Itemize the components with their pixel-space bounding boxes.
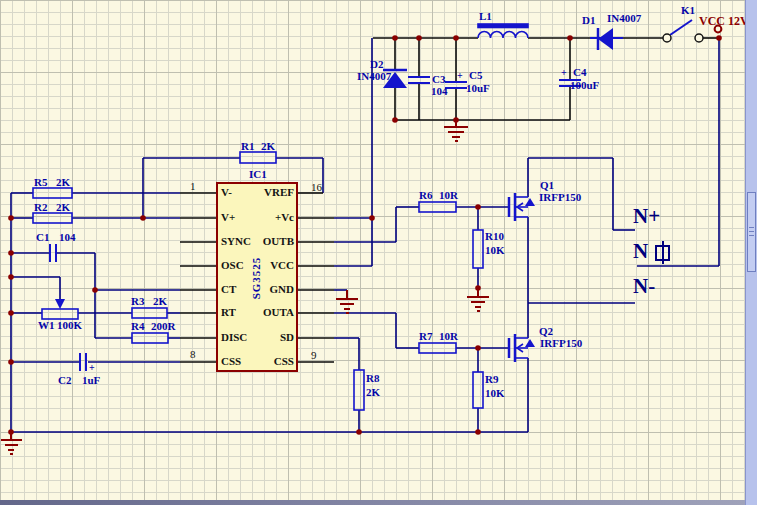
label-q1-ref: Q1 <box>540 180 554 191</box>
label-r9-ref: R9 <box>485 374 498 385</box>
bottom-window-edge <box>0 500 746 505</box>
label-q2-ref: Q2 <box>539 326 553 337</box>
resistor-r8 <box>354 370 364 410</box>
label-c3-value: 104 <box>431 86 448 97</box>
ic-pin-v-plus: V+ <box>221 211 235 223</box>
resistor-r10 <box>473 230 483 268</box>
label-c4-polarity: + <box>561 67 567 78</box>
ic-pin-sd: SD <box>244 331 294 343</box>
vertical-scrollbar-thumb[interactable] <box>747 192 756 272</box>
label-r10-ref: R10 <box>485 231 504 242</box>
resistor-r1 <box>240 152 276 163</box>
label-d1-value: IN4007 <box>607 13 641 24</box>
label-k1-ref: K1 <box>681 5 695 16</box>
ic-pin-outb: OUTB <box>244 235 294 247</box>
switch-k1-lever <box>670 20 692 35</box>
ic-pin-ct: CT <box>221 283 236 295</box>
label-c1-ref: C1 <box>36 232 49 243</box>
ic-designator: IC1 <box>249 169 267 180</box>
label-l1-ref: L1 <box>479 11 492 22</box>
label-q1-value: IRFP150 <box>539 192 581 203</box>
ic-pin-vc: +Vc <box>244 211 294 223</box>
label-r7-ref: R7 <box>419 331 432 342</box>
label-c2-ref: C2 <box>58 375 71 386</box>
label-r2-value: 2K <box>56 202 70 213</box>
label-r5-value: 2K <box>56 177 70 188</box>
wiper-arrow <box>55 299 65 309</box>
label-r4-ref: R4 <box>131 321 144 332</box>
mosfet-q2 <box>509 334 535 362</box>
ic-pin-vcc: VCC <box>244 259 294 271</box>
label-c5-polarity: + <box>457 70 463 81</box>
ic-pin-v-minus: V- <box>221 186 232 198</box>
resistor-r4 <box>132 333 168 343</box>
resistor-r2 <box>33 213 72 223</box>
label-d2-value: IN4007 <box>357 71 391 82</box>
ground-cap-bank <box>444 120 468 141</box>
ground-r10 <box>467 288 489 311</box>
inductor-l1 <box>478 32 528 38</box>
label-r4-value: 200R <box>151 321 175 332</box>
label-c3-ref: C3 <box>432 74 445 85</box>
label-r1-ref: R1 <box>241 141 254 152</box>
resistor-r6 <box>419 202 456 212</box>
label-w1-ref: W1 <box>38 320 55 331</box>
label-r6-value: 10R <box>439 190 458 201</box>
ic-pin-css-left: CSS <box>221 355 241 367</box>
ic-pin-osc: OSC <box>221 259 244 271</box>
ic-pin-css-right: CSS <box>244 355 294 367</box>
label-r2-ref: R2 <box>34 202 47 213</box>
label-c5-ref: C5 <box>469 70 482 81</box>
switch-k1-contacts <box>663 34 703 42</box>
label-w1-value: 100K <box>57 320 82 331</box>
net-label-vcc-12v: VCC 12V <box>699 15 749 27</box>
mosfet-q1 <box>509 193 535 221</box>
n-center-zhong-glyph <box>655 245 670 261</box>
label-r9-value: 10K <box>485 388 505 399</box>
label-r8-value: 2K <box>366 387 380 398</box>
ic-pin-vref: VREF <box>244 186 294 198</box>
net-label-n-plus: N+ <box>633 206 660 227</box>
label-r1-value: 2K <box>261 141 275 152</box>
pin-number-8: 8 <box>190 349 196 360</box>
label-c2-value: 1uF <box>82 375 100 386</box>
net-label-n-minus: N- <box>633 276 655 297</box>
label-r7-value: 10R <box>439 331 458 342</box>
potentiometer-w1 <box>42 309 78 319</box>
label-c2-polarity: + <box>89 362 95 373</box>
vertical-scrollbar[interactable] <box>745 0 757 505</box>
label-c4-value: 100uF <box>570 80 599 91</box>
wires <box>11 38 719 432</box>
resistor-r5 <box>33 188 72 198</box>
label-q2-value: IRFP150 <box>540 338 582 349</box>
label-r6-ref: R6 <box>419 190 432 201</box>
pin-number-9: 9 <box>311 350 317 361</box>
diode-d1 <box>598 28 613 50</box>
label-r3-value: 2K <box>153 296 167 307</box>
inductor-l1-bar <box>478 24 528 28</box>
schematic-canvas[interactable]: SG3525 IC1 V- V+ SYNC OSC CT RT DISC CSS… <box>0 0 757 505</box>
ic-pin-gnd: GND <box>244 283 294 295</box>
junction-dots <box>8 35 722 435</box>
label-r5-ref: R5 <box>34 177 47 188</box>
resistor-r3 <box>132 308 167 318</box>
ground-ic-gnd <box>336 290 358 313</box>
label-c5-value: 10uF <box>466 83 490 94</box>
net-label-n-center: N <box>633 241 648 262</box>
pin-number-16: 16 <box>311 182 322 193</box>
label-c4-ref: C4 <box>573 67 586 78</box>
resistor-r7 <box>419 343 456 353</box>
ic-pin-outa: OUTA <box>244 306 294 318</box>
label-r8-ref: R8 <box>366 373 379 384</box>
label-c1-value: 104 <box>59 232 76 243</box>
ic-pin-rt: RT <box>221 306 236 318</box>
label-d1-ref: D1 <box>582 15 595 26</box>
label-d2-ref: D2 <box>370 59 383 70</box>
label-r3-ref: R3 <box>131 296 144 307</box>
ground-left-rail <box>1 432 22 454</box>
pin-number-1: 1 <box>190 181 196 192</box>
resistor-r9 <box>473 372 483 408</box>
label-r10-value: 10K <box>485 245 505 256</box>
ground-symbols <box>1 26 721 454</box>
